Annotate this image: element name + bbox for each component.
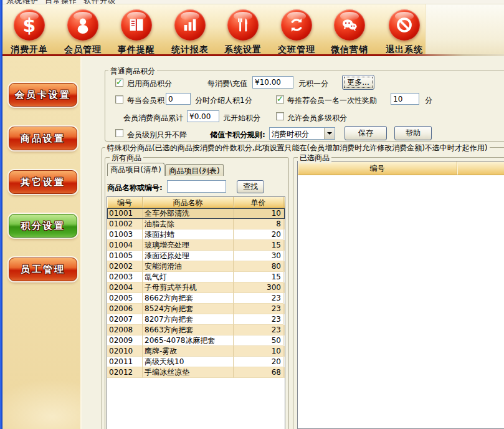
toolbar-item-event-reminder[interactable]: 事件提醒: [110, 9, 163, 55]
recommend-reward-checkbox[interactable]: [276, 95, 284, 104]
cell-name: 8524方向把套: [143, 304, 234, 314]
cell-code: 02012: [107, 367, 143, 378]
toolbar-item-shift-management[interactable]: 交班管理: [270, 9, 323, 55]
tab-product-list-table[interactable]: 商品项目(列表): [165, 164, 224, 176]
refresh-icon: [281, 9, 312, 41]
table-row[interactable]: 02002 安能润滑油 80: [107, 261, 285, 272]
column-header-chosen-extra[interactable]: [457, 161, 504, 175]
toolbar-separator: [0, 54, 504, 56]
toolbar-item-wechat-marketing[interactable]: 微信营销: [323, 9, 376, 55]
chevron-down-icon[interactable]: [324, 128, 335, 139]
referrer-points-input[interactable]: [166, 93, 191, 105]
table-row[interactable]: 01003 漆面封蜡 20: [107, 229, 285, 240]
per-consume-input[interactable]: [252, 76, 293, 89]
sidebar-item-member-card-settings[interactable]: 会员卡设置: [9, 83, 77, 107]
accumulate-input[interactable]: [187, 110, 219, 122]
referrer-points-checkbox[interactable]: [115, 95, 123, 104]
table-row[interactable]: 02010 鹰牌-雾敌 10: [107, 346, 285, 357]
search-input[interactable]: [167, 180, 226, 193]
more-button[interactable]: 更多...: [342, 75, 374, 90]
cell-name: 氙气灯: [143, 272, 234, 282]
normal-points-group-title: 普通商品积分: [108, 66, 157, 77]
cell-code: 01005: [107, 251, 143, 261]
per-consume-suffix: 元积一分: [298, 79, 328, 89]
multi-level-points-label: 允许会员多级积分: [287, 113, 347, 123]
exit-icon: [389, 9, 420, 41]
search-button[interactable]: 查找: [237, 180, 264, 193]
sidebar: 会员卡设置 商品设置 其它设置 积分设置 员工管理: [2, 56, 82, 429]
table-row[interactable]: 01001 全车外部清洗 10: [107, 208, 285, 219]
table-row[interactable]: 02007 8207方向把套 23: [107, 314, 285, 325]
sidebar-item-points-settings[interactable]: 积分设置: [9, 214, 77, 238]
cell-price: 10: [234, 346, 283, 357]
table-row[interactable]: 02004 子母剪式举升机 300: [107, 282, 285, 293]
cell-name: 玻璃增亮处理: [143, 240, 234, 251]
table-row[interactable]: 02006 8524方向把套 23: [107, 304, 285, 314]
cell-code: 01002: [107, 219, 143, 229]
utensils-icon: [227, 9, 259, 41]
toolbar-item-consume-billing[interactable]: $ 消费开单: [2, 9, 56, 55]
cell-code: 02003: [107, 272, 143, 282]
sidebar-item-product-settings[interactable]: 商品设置: [9, 127, 77, 150]
card-rule-selected-value: 消费时积分: [272, 129, 309, 140]
cell-price: 23: [234, 314, 283, 325]
enable-product-points-checkbox[interactable]: [115, 79, 123, 87]
products-table-body: 01001 全车外部清洗 10 01002 油脂去除 8 01003 漆面封蜡 …: [107, 208, 285, 378]
cell-name: 鹰牌-雾敌: [143, 346, 234, 357]
card-rule-label: 储值卡积分规则:: [210, 130, 265, 140]
book-icon: [121, 9, 152, 41]
cell-name: 8662方向把套: [143, 293, 234, 304]
column-header-name[interactable]: 商品名称: [143, 197, 234, 208]
toolbar-item-member-management[interactable]: 会员管理: [56, 9, 110, 55]
wechat-icon: [334, 9, 365, 41]
level-no-drop-checkbox[interactable]: [115, 129, 123, 137]
cell-price: 15: [234, 272, 283, 282]
table-row[interactable]: 01005 漆面还原处理 30: [107, 251, 285, 261]
column-header-chosen-code[interactable]: 编号: [298, 161, 457, 175]
menu-item-2[interactable]: 日常操作: [45, 0, 77, 4]
member-icon: [67, 9, 98, 41]
table-row[interactable]: 02012 手编冰丝凉垫 68: [107, 367, 285, 378]
cell-name: 高级天线10: [143, 357, 234, 367]
multi-level-points-checkbox[interactable]: [276, 112, 284, 120]
toolbar-item-statistics-report[interactable]: 统计报表: [163, 9, 217, 55]
cell-code: 02007: [107, 314, 143, 325]
cell-price: 23: [234, 293, 283, 304]
cell-name: 8207方向把套: [143, 314, 234, 325]
toolbar: $ 消费开单 会员管理 事件提醒: [2, 4, 504, 54]
table-row[interactable]: 02005 8662方向把套 23: [107, 293, 285, 304]
cell-price: 30: [234, 251, 283, 261]
search-label: 商品名称或编号:: [107, 183, 163, 193]
toolbar-item-exit-system[interactable]: 退出系统: [378, 9, 431, 55]
cell-code: 02011: [107, 357, 143, 367]
help-button[interactable]: 帮助: [394, 126, 432, 140]
cell-price: 23: [234, 304, 283, 314]
table-row[interactable]: 02008 8663方向把套 23: [107, 325, 285, 335]
chosen-products-listview: 编号: [297, 161, 504, 429]
table-row[interactable]: 01002 油脂去除 8: [107, 219, 285, 229]
sidebar-item-staff-management[interactable]: 员工管理: [9, 258, 77, 281]
toolbar-item-system-settings[interactable]: 系统设置: [216, 9, 270, 55]
recommend-reward-input[interactable]: [391, 93, 419, 105]
save-button[interactable]: 保存: [345, 126, 387, 140]
column-header-code[interactable]: 编号: [107, 197, 143, 208]
cell-name: 油脂去除: [143, 219, 234, 229]
card-rule-dropdown[interactable]: 消费时积分: [269, 127, 335, 140]
sidebar-item-other-settings[interactable]: 其它设置: [9, 170, 77, 194]
tab-product-list-detail[interactable]: 商品项目(清单): [107, 163, 164, 176]
cell-code: 01003: [107, 229, 143, 240]
accumulate-label: 会员消费商品累计: [123, 113, 183, 123]
enable-product-points-label: 启用商品积分: [127, 79, 172, 89]
column-header-price[interactable]: 单价: [234, 197, 283, 208]
table-row[interactable]: 02009 2065-4078冰麻把套 50: [107, 335, 285, 346]
cell-code: 02008: [107, 325, 143, 335]
table-row[interactable]: 02011 高级天线10 20: [107, 357, 285, 367]
menu-item-1[interactable]: 系统维护: [6, 0, 39, 4]
cell-price: 20: [234, 229, 283, 240]
accumulate-suffix: 元开始积分: [223, 113, 260, 123]
table-row[interactable]: 01004 玻璃增亮处理 15: [107, 240, 285, 251]
recommend-reward-suffix: 分: [425, 95, 432, 106]
menu-item-3[interactable]: 软件升级: [83, 0, 116, 4]
dollar-icon: $: [14, 9, 45, 41]
table-row[interactable]: 02003 氙气灯 15: [107, 272, 285, 282]
